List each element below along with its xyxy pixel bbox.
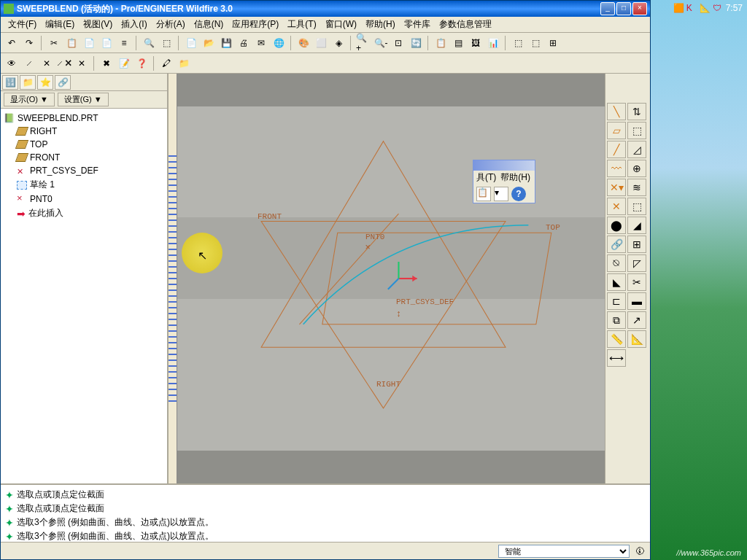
- view-manager-button[interactable]: 🖼: [468, 35, 484, 51]
- help-cursor-button[interactable]: ❓: [133, 55, 150, 71]
- extend-tool-icon[interactable]: ↗: [627, 311, 646, 329]
- menu-window[interactable]: 窗口(W): [321, 17, 361, 32]
- canvas[interactable]: ↕ × FRONT TOP RIGHT PRT_CSYS_DEF PNT0 ↖: [177, 74, 605, 483]
- offset-tool-icon[interactable]: ⊏: [607, 292, 626, 310]
- datum-csys2-icon[interactable]: ✕: [74, 55, 90, 71]
- shell-tool-icon[interactable]: ⬚: [627, 198, 646, 215]
- float-btn-1[interactable]: 📋: [476, 187, 491, 201]
- tree-item-pnt[interactable]: PNT0: [4, 192, 164, 206]
- mirror-tool-icon[interactable]: ⇅: [627, 103, 646, 120]
- saved-view-button[interactable]: 📋: [433, 35, 449, 51]
- tree-item-top[interactable]: TOP: [4, 138, 164, 151]
- menu-insert[interactable]: 插入(I): [117, 17, 151, 32]
- tree-item-front[interactable]: FRONT: [4, 151, 164, 164]
- selection-filter-dropdown[interactable]: 智能: [498, 545, 630, 558]
- csys-tool-icon[interactable]: ✕: [607, 198, 626, 215]
- web-button[interactable]: 🌐: [271, 35, 287, 51]
- undo-button[interactable]: ↶: [4, 35, 20, 51]
- menu-help[interactable]: 帮助(H): [361, 17, 400, 32]
- new-button[interactable]: 📄: [183, 35, 199, 51]
- email-button[interactable]: ✉: [253, 35, 269, 51]
- datum-display-button[interactable]: ⬚: [510, 35, 526, 51]
- float-btn-2[interactable]: ▾: [494, 187, 508, 201]
- chain-tool-icon[interactable]: 🔗: [607, 236, 626, 253]
- repaint-button[interactable]: 🎨: [295, 35, 311, 51]
- revolve-tool-icon[interactable]: ◿: [627, 141, 646, 158]
- measure-tool-icon[interactable]: 📏: [607, 330, 626, 348]
- sweep-tool-icon[interactable]: ⊕: [627, 160, 646, 177]
- blend-tool-icon[interactable]: ≋: [627, 179, 646, 196]
- select-button[interactable]: ⬚: [158, 35, 174, 51]
- reorient-button[interactable]: 🔄: [408, 35, 424, 51]
- close-button[interactable]: ×: [632, 2, 647, 15]
- menu-app[interactable]: 应用程序(P): [228, 17, 283, 32]
- layer-button[interactable]: ▤: [450, 35, 466, 51]
- menu-params[interactable]: 参数信息管理: [435, 17, 496, 32]
- zoom-in-button[interactable]: 🔍+: [355, 35, 371, 51]
- floating-panel[interactable]: 具(T) 帮助(H) 📋 ▾ ?: [473, 160, 535, 203]
- window-button[interactable]: ⊞: [545, 35, 561, 51]
- datum-point-icon[interactable]: ✕: [39, 55, 55, 71]
- spin-center-button[interactable]: ⬜: [313, 35, 329, 51]
- menu-edit[interactable]: 编辑(E): [41, 17, 79, 32]
- cut-button[interactable]: ✂: [46, 35, 62, 51]
- point-tool-icon[interactable]: ✕▾: [607, 179, 626, 196]
- float-titlebar[interactable]: [473, 160, 535, 171]
- minimize-button[interactable]: _: [600, 2, 615, 15]
- regen-button[interactable]: ≡: [116, 35, 132, 51]
- menu-view[interactable]: 视图(V): [79, 17, 117, 32]
- tree-root[interactable]: 📗 SWEEPBLEND.PRT: [4, 112, 164, 125]
- menu-tools[interactable]: 工具(T): [283, 17, 320, 32]
- sketch-tool-icon[interactable]: ╲: [607, 103, 626, 120]
- curve-tool-icon[interactable]: 〰: [607, 160, 626, 177]
- tab-tree-icon[interactable]: 🔢: [2, 75, 18, 90]
- tree-item-insert[interactable]: ➡在此插入: [4, 206, 164, 221]
- highlight-button[interactable]: 🖍: [158, 55, 174, 71]
- save-button[interactable]: 💾: [218, 35, 234, 51]
- float-menu-help[interactable]: 帮助(H): [500, 171, 530, 184]
- display-style-button[interactable]: ⬚: [527, 35, 543, 51]
- pattern-tool-icon[interactable]: ⊞: [627, 236, 646, 253]
- maximize-button[interactable]: □: [616, 2, 631, 15]
- chamfer-tool-icon[interactable]: ◸: [627, 254, 646, 272]
- rib-tool-icon[interactable]: ◣: [607, 273, 626, 291]
- refit-button[interactable]: ⊡: [390, 35, 406, 51]
- titlebar[interactable]: SWEEPBLEND (活动的) - Pro/ENGINEER Wildfire…: [1, 1, 650, 17]
- axis-tool-icon[interactable]: ╱: [607, 141, 626, 158]
- tree-item-sketch[interactable]: 草绘 1: [4, 177, 164, 192]
- print-button[interactable]: 🖨: [236, 35, 252, 51]
- thicken-tool-icon[interactable]: ▬: [627, 292, 646, 310]
- paste-button[interactable]: 📄: [81, 35, 97, 51]
- menu-parts[interactable]: 零件库: [400, 17, 435, 32]
- settings-dropdown[interactable]: 设置(G) ▼: [58, 93, 109, 106]
- float-menu-tools[interactable]: 具(T): [476, 171, 496, 184]
- copy-button[interactable]: 📋: [63, 35, 80, 51]
- model-display-button[interactable]: 📊: [485, 35, 501, 51]
- datum-axis-icon[interactable]: ⟋: [21, 55, 37, 71]
- viewport[interactable]: ↕ × FRONT TOP RIGHT PRT_CSYS_DEF PNT0 ↖ …: [169, 74, 605, 483]
- folder-icon[interactable]: 📁: [176, 55, 192, 71]
- plane-tool-icon[interactable]: ▱: [607, 122, 626, 139]
- help-icon[interactable]: ?: [511, 187, 526, 201]
- zoom-out-button[interactable]: 🔍-: [373, 35, 389, 51]
- datum-csys-icon[interactable]: ⟋✕: [56, 55, 72, 71]
- close-x-button[interactable]: ✖: [98, 55, 115, 71]
- tab-connect-icon[interactable]: 🔗: [55, 75, 71, 90]
- model-tree[interactable]: 📗 SWEEPBLEND.PRT RIGHT TOP FRONT PRT_CSY…: [1, 109, 167, 483]
- menu-analysis[interactable]: 分析(A): [152, 17, 190, 32]
- menu-file[interactable]: 文件(F): [4, 17, 41, 32]
- paste-special-button[interactable]: 📄: [98, 35, 115, 51]
- tree-item-right[interactable]: RIGHT: [4, 125, 164, 138]
- extrude-tool-icon[interactable]: ⬚: [627, 122, 646, 139]
- datum-plane-icon[interactable]: 👁: [4, 55, 20, 71]
- tree-item-csys[interactable]: PRT_CSYS_DEF: [4, 164, 164, 177]
- orient-button[interactable]: ◈: [330, 35, 347, 51]
- analysis-tool-icon[interactable]: 📐: [627, 330, 646, 348]
- tab-star-icon[interactable]: ⭐: [37, 75, 53, 90]
- dimension-tool-icon[interactable]: ⟷: [607, 349, 626, 367]
- round-tool-icon[interactable]: ⦰: [607, 254, 626, 272]
- redo-button[interactable]: ↷: [21, 35, 37, 51]
- edit-button[interactable]: 📝: [116, 55, 132, 71]
- merge-tool-icon[interactable]: ⧉: [607, 311, 626, 329]
- menu-info[interactable]: 信息(N): [190, 17, 228, 32]
